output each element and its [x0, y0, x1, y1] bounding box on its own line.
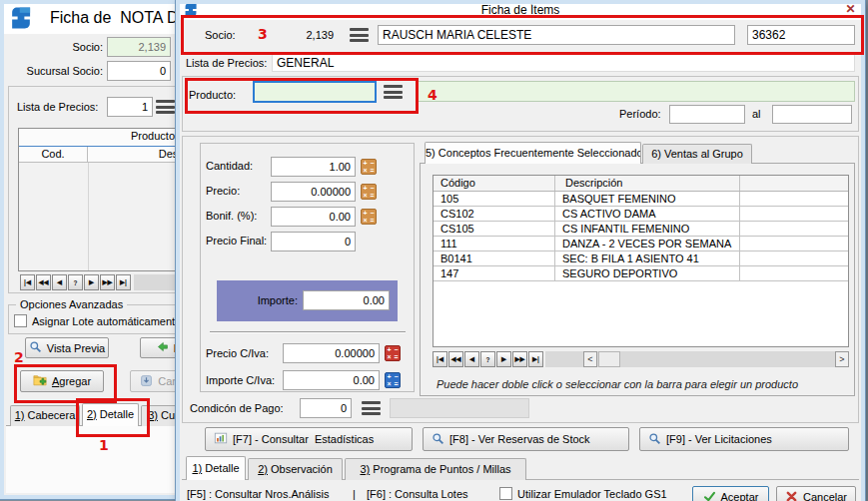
cell-blank — [740, 192, 848, 206]
cell-desc: SEC: B FILA 1 ASIENTO 41 — [555, 251, 740, 265]
socio-name-field[interactable]: RAUSCH MARIA CELESTE — [378, 25, 735, 45]
nav-prev-page-button[interactable]: ◀◀ — [448, 351, 463, 367]
nav-next-page-button[interactable]: ▶▶ — [512, 351, 527, 367]
f7-label: [F7] - Consultar Estadísticas — [233, 433, 374, 445]
nav-next-page-button[interactable]: ▶▶ — [100, 274, 115, 290]
scroll-right-button[interactable]: > — [835, 351, 849, 367]
socio-menu-icon[interactable] — [350, 28, 369, 42]
tab-conceptos-frecuentes[interactable]: 5) Conceptos Frecuentemente Seleccionado… — [425, 142, 641, 164]
table-row[interactable]: 111DANZA - 2 VECES POR SEMANA — [434, 237, 848, 251]
nav-next-button[interactable]: ▶ — [84, 274, 99, 290]
producto-desc-field — [416, 81, 855, 102]
cantidad-field[interactable]: 1.00 — [271, 157, 356, 177]
import-arrow-icon — [156, 340, 169, 355]
scroll-thumb[interactable] — [598, 351, 620, 367]
agregar-button[interactable]: Agregar — [20, 370, 104, 392]
importe-iva-calc-icon[interactable]: +−×= — [385, 372, 401, 388]
f7-consultar-estadisticas-button[interactable]: [F7] - Consultar Estadísticas — [205, 427, 413, 451]
table-row[interactable]: CS102CS ACTIVO DAMA — [434, 207, 848, 222]
bonif-label: Bonif. (%): — [206, 210, 257, 222]
nav-prev-page-button[interactable]: ◀◀ — [36, 274, 51, 290]
tab-detalle-dialog[interactable]: 1) Detalle — [186, 456, 246, 480]
nav-prev-button[interactable]: ◀ — [52, 274, 67, 290]
dialog-title: Ficha de Ítems — [176, 3, 865, 17]
ficha-items-dialog: Ficha de Ítems ✕ Socio: 2,139 RAUSCH MAR… — [176, 0, 865, 501]
cell-desc: SEGURO DEPORTIVO — [555, 266, 740, 280]
tab-programa-puntos[interactable]: 3) Programa de Puntos / Millas — [345, 458, 526, 480]
vista-previa-label: Vista Previa — [47, 342, 106, 354]
condicion-pago-desc-field — [390, 398, 529, 418]
f9-label: [F9] - Ver Licitaciones — [666, 433, 772, 445]
periodo-to-field[interactable] — [772, 105, 852, 124]
tab-ventas-al-grupo[interactable]: 6) Ventas al Grupo — [642, 144, 752, 164]
nav-last-button[interactable]: ▶| — [528, 351, 543, 367]
importe-iva-field[interactable]: 0.00 — [283, 370, 380, 390]
precio-calc-icon[interactable]: +−×= — [361, 184, 377, 200]
precio-final-field[interactable]: 0 — [271, 232, 356, 251]
lista-precios-label: Lista de Precios: — [17, 101, 98, 113]
socio-code-field[interactable]: 36362 — [747, 25, 855, 45]
stats-chart-icon — [214, 431, 228, 447]
col-header-codigo: Código — [434, 176, 555, 191]
scroll-left-button[interactable]: < — [583, 351, 597, 367]
nav-prev-button[interactable]: ◀ — [464, 351, 479, 367]
bonif-field[interactable]: 0.00 — [271, 207, 356, 227]
cantidad-calc-icon[interactable]: +−×= — [361, 159, 377, 175]
producto-menu-icon[interactable] — [384, 85, 403, 99]
cell-desc: BASQUET FEMENINO — [555, 192, 740, 206]
tab-cabecera[interactable]: 1) Cabecera — [10, 405, 80, 426]
bonif-calc-icon[interactable]: +−×= — [361, 209, 377, 225]
col-header-cod: Cod. — [19, 147, 88, 162]
asignar-lote-label: Asignar Lote automáticamente — [32, 315, 181, 327]
asignar-lote-checkbox[interactable] — [14, 314, 27, 327]
sucursal-socio-field[interactable]: 0 — [107, 61, 171, 81]
precio-iva-calc-icon[interactable]: +−×= — [385, 345, 401, 361]
lista-precios-menu-icon[interactable] — [156, 100, 175, 114]
table-row[interactable]: B0141SEC: B FILA 1 ASIENTO 41 — [434, 251, 848, 266]
tab-observacion[interactable]: 2) Observación — [248, 458, 343, 480]
conceptos-table[interactable]: Código Descripción 105BASQUET FEMENINO C… — [433, 175, 849, 347]
change-arrow-icon — [140, 374, 153, 389]
annotation-number-4: 4 — [428, 87, 437, 103]
precio-field[interactable]: 0.00000 — [271, 182, 356, 202]
condicion-pago-label: Condicón de Pago: — [190, 402, 284, 414]
tab-detalle-left[interactable]: 2) Detalle — [82, 403, 139, 426]
folder-plus-icon — [33, 373, 47, 389]
lista-precios-field[interactable]: 1 — [107, 97, 153, 117]
nav-last-button[interactable]: ▶| — [116, 274, 131, 290]
emulador-gs1-checkbox[interactable] — [499, 487, 512, 500]
importe-field[interactable]: 0.00 — [303, 290, 390, 310]
nav-help-button[interactable]: ? — [480, 351, 495, 367]
cell-blank — [740, 251, 848, 265]
cell-code: 111 — [434, 237, 555, 250]
socio-field[interactable]: 2,139 — [107, 37, 171, 57]
f6-consulta-lotes-link[interactable]: [F6] : Consulta Lotes — [367, 488, 468, 500]
close-icon[interactable]: ✕ — [842, 1, 859, 17]
cancelar-label: Cancelar — [803, 491, 847, 501]
condicion-pago-field[interactable]: 0 — [300, 398, 352, 418]
conceptos-header-row: Código Descripción — [434, 176, 848, 192]
periodo-label: Período: — [619, 108, 661, 120]
f8-label: [F8] - Ver Reservas de Stock — [449, 433, 590, 445]
f8-ver-reservas-button[interactable]: [F8] - Ver Reservas de Stock — [423, 427, 629, 451]
cell-blank — [740, 237, 848, 250]
nav-first-button[interactable]: |◀ — [20, 274, 35, 290]
nav-next-button[interactable]: ▶ — [496, 351, 511, 367]
vista-previa-button[interactable]: Vista Previa — [25, 337, 109, 358]
periodo-from-field[interactable] — [669, 105, 745, 124]
nav-first-button[interactable]: |◀ — [433, 351, 447, 367]
table-row[interactable]: CS105CS INFANTIL FEMENINO — [434, 222, 848, 237]
table-row[interactable]: 105BASQUET FEMENINO — [434, 192, 848, 207]
aceptar-button[interactable]: Aceptar — [692, 486, 769, 501]
sucursal-socio-label: Sucursal Socio: — [10, 65, 103, 77]
f9-ver-licitaciones-button[interactable]: [F9] - Ver Licitaciones — [639, 427, 849, 451]
condicion-pago-menu-icon[interactable] — [362, 401, 381, 415]
precio-iva-field[interactable]: 0.00000 — [283, 343, 380, 363]
nav-help-button[interactable]: ? — [68, 274, 83, 290]
producto-input[interactable] — [253, 81, 377, 103]
cantidad-label: Cantidad: — [206, 160, 253, 172]
f5-consultar-nros-analisis-link[interactable]: [F5] : Consultar Nros.Análisis — [187, 488, 329, 500]
table-row[interactable]: 147SEGURO DEPORTIVO — [434, 266, 848, 281]
importe-iva-label: Importe C/Iva: — [206, 374, 275, 386]
cancelar-button[interactable]: Cancelar — [776, 486, 856, 501]
